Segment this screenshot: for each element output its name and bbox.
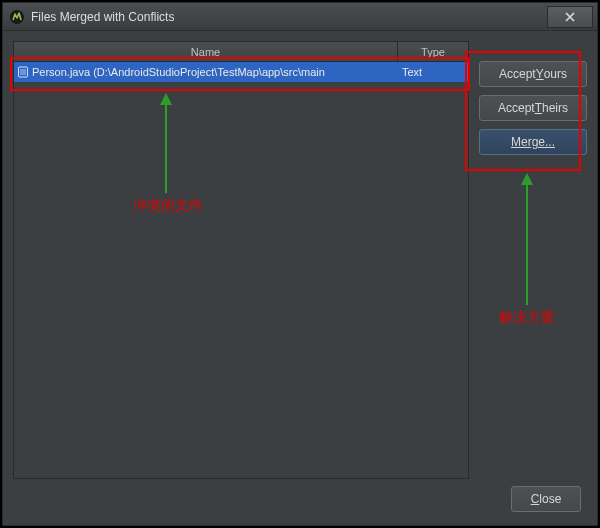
btn-hotkey: M <box>511 135 521 149</box>
accept-yours-button[interactable]: Accept Yours <box>479 61 587 87</box>
window-title: Files Merged with Conflicts <box>31 10 547 24</box>
window-close-button[interactable] <box>547 6 593 28</box>
close-icon <box>564 11 576 23</box>
conflict-file-list: Name Type <box>13 41 469 479</box>
table-header: Name Type <box>14 42 468 62</box>
file-icon <box>14 66 32 78</box>
app-icon <box>9 9 25 25</box>
title-bar: Files Merged with Conflicts <box>3 3 597 31</box>
table-row[interactable]: Person.java (D:\AndroidStudioProject\Tes… <box>14 62 468 82</box>
action-button-column: Accept Yours Accept Theirs Merge... <box>479 41 587 479</box>
btn-text: heirs <box>542 101 568 115</box>
btn-text: Accept <box>498 101 535 115</box>
file-type-cell: Text <box>398 66 468 78</box>
btn-text: lose <box>539 492 561 506</box>
btn-text: ours <box>544 67 567 81</box>
close-button[interactable]: Close <box>511 486 581 512</box>
dialog-footer: Close <box>13 479 587 519</box>
btn-hotkey: C <box>531 492 540 506</box>
accept-theirs-button[interactable]: Accept Theirs <box>479 95 587 121</box>
dialog-window: Files Merged with Conflicts Name Type <box>2 2 598 526</box>
btn-text: erge... <box>521 135 555 149</box>
btn-text: Accept <box>499 67 536 81</box>
column-header-type[interactable]: Type <box>398 42 468 61</box>
btn-hotkey: Y <box>536 67 544 81</box>
column-header-name[interactable]: Name <box>14 42 398 61</box>
file-name-cell: Person.java (D:\AndroidStudioProject\Tes… <box>32 66 398 78</box>
btn-hotkey: T <box>535 101 542 115</box>
merge-button[interactable]: Merge... <box>479 129 587 155</box>
